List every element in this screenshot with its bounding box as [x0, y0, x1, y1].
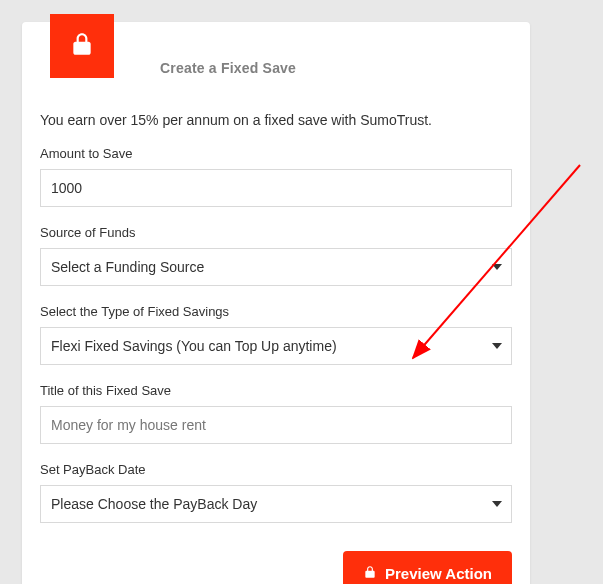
lock-icon	[69, 31, 95, 61]
source-label: Source of Funds	[40, 225, 512, 240]
preview-action-button[interactable]: Preview Action	[343, 551, 512, 584]
page-title: Create a Fixed Save	[160, 60, 296, 76]
title-label: Title of this Fixed Save	[40, 383, 512, 398]
type-select[interactable]: Flexi Fixed Savings (You can Top Up anyt…	[40, 327, 512, 365]
fixed-save-card: Create a Fixed Save You earn over 15% pe…	[22, 22, 530, 584]
footer: Preview Action	[40, 551, 512, 584]
lock-icon	[363, 565, 377, 582]
source-select[interactable]: Select a Funding Source	[40, 248, 512, 286]
source-group: Source of Funds Select a Funding Source	[40, 225, 512, 286]
preview-button-label: Preview Action	[385, 565, 492, 582]
amount-input[interactable]	[40, 169, 512, 207]
type-group: Select the Type of Fixed Savings Flexi F…	[40, 304, 512, 365]
lock-badge	[50, 14, 114, 78]
title-input[interactable]	[40, 406, 512, 444]
amount-label: Amount to Save	[40, 146, 512, 161]
type-label: Select the Type of Fixed Savings	[40, 304, 512, 319]
payback-select[interactable]: Please Choose the PayBack Day	[40, 485, 512, 523]
payback-label: Set PayBack Date	[40, 462, 512, 477]
title-group: Title of this Fixed Save	[40, 383, 512, 444]
amount-group: Amount to Save	[40, 146, 512, 207]
subtitle: You earn over 15% per annum on a fixed s…	[40, 112, 512, 128]
payback-group: Set PayBack Date Please Choose the PayBa…	[40, 462, 512, 523]
